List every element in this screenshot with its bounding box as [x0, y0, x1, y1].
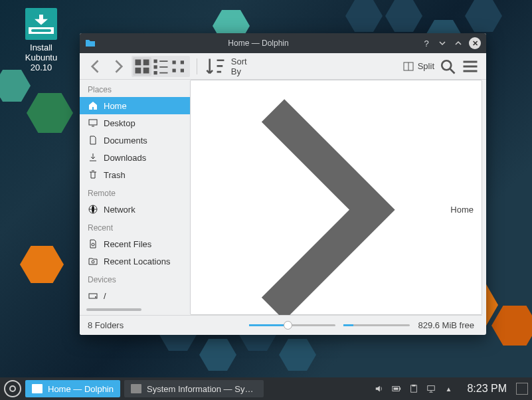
breadcrumb[interactable]: Home [191, 80, 482, 315]
sort-by-label: Sort By [231, 56, 247, 76]
view-compact-button[interactable] [151, 57, 170, 76]
split-icon [403, 61, 414, 72]
search-button[interactable] [438, 57, 457, 76]
start-button[interactable] [4, 380, 21, 397]
sidebar-item-trash[interactable]: Trash [80, 166, 190, 183]
titlebar[interactable]: Home — Dolphin ? ✕ [80, 33, 486, 53]
svg-rect-2 [135, 67, 141, 73]
sidebar-header: Devices [80, 270, 190, 287]
item-count: 8 Folders [88, 320, 124, 330]
sidebar-item-label: Downloads [104, 153, 146, 163]
sidebar-item-label: Trash [104, 170, 126, 180]
svg-rect-3 [143, 67, 149, 73]
view-icons-button[interactable] [133, 57, 151, 76]
sidebar-item-recentfiles[interactable]: Recent Files [80, 235, 190, 252]
zoom-slider[interactable] [249, 324, 335, 326]
svg-rect-30 [400, 387, 401, 390]
svg-rect-7 [159, 66, 167, 68]
svg-rect-11 [181, 60, 184, 64]
download-icon [88, 152, 98, 163]
svg-rect-34 [428, 386, 435, 391]
free-space: 829.6 MiB free [418, 320, 474, 330]
svg-rect-0 [135, 59, 141, 65]
taskbar: Home — DolphinSystem Information — Syste… [0, 377, 532, 400]
help-icon[interactable]: ? [421, 38, 432, 49]
sidebar-header: Remote [80, 183, 190, 201]
window-title: Home — Dolphin [101, 39, 416, 48]
sidebar-item-home[interactable]: Home [80, 97, 190, 114]
svg-rect-4 [154, 59, 157, 62]
svg-rect-13 [181, 68, 184, 72]
task-app-icon [32, 384, 43, 393]
split-button[interactable]: Split [403, 61, 434, 72]
task-systeminform[interactable]: System Information — System ... [124, 380, 264, 397]
volume-icon[interactable] [374, 384, 385, 393]
trash-icon [88, 169, 98, 180]
close-icon[interactable]: ✕ [469, 37, 481, 49]
system-tray: ▲ [370, 384, 458, 393]
svg-rect-6 [154, 65, 157, 68]
desktop-icon-label: Install Kubuntu 20.10 [15, 43, 68, 72]
sidebar-item-documents[interactable]: Documents [80, 132, 190, 149]
sort-icon [204, 54, 227, 78]
svg-point-21 [92, 243, 94, 246]
task-label: System Information — System ... [147, 384, 257, 394]
svg-rect-18 [89, 120, 97, 125]
recent-loc-icon [88, 256, 98, 266]
svg-rect-31 [394, 387, 399, 390]
task-label: Home — Dolphin [48, 384, 114, 394]
sidebar-item-recentlocations[interactable]: Recent Locations [80, 252, 190, 270]
document-icon [88, 135, 98, 146]
sidebar-item-label: / [104, 291, 106, 301]
network-icon [88, 204, 98, 215]
battery-icon[interactable] [391, 384, 402, 393]
search-icon [438, 57, 457, 76]
minimize-icon[interactable] [437, 38, 448, 49]
menu-button[interactable] [461, 57, 480, 76]
clock[interactable]: 8:23 PM [462, 383, 512, 395]
tray-expand-icon[interactable]: ▲ [443, 384, 454, 393]
task-app-icon [131, 384, 141, 393]
svg-line-17 [450, 68, 455, 73]
network-icon[interactable] [426, 384, 436, 393]
desktop-icon-install-kubuntu[interactable]: Install Kubuntu 20.10 [15, 8, 68, 72]
statusbar: 8 Folders 829.6 MiB free [80, 315, 482, 335]
main-panel: Home DesktopDocumentsDownloadsMusicPictu… [190, 80, 482, 315]
sidebar: PlacesHomeDesktopDocumentsDownloadsTrash… [80, 80, 190, 315]
installer-icon [25, 8, 57, 40]
svg-rect-1 [143, 59, 149, 65]
split-label: Split [418, 61, 434, 71]
maximize-icon[interactable] [453, 38, 464, 49]
hamburger-icon [461, 57, 480, 76]
svg-rect-33 [412, 385, 416, 387]
task-homedolphin[interactable]: Home — Dolphin [25, 380, 120, 397]
back-button[interactable] [86, 57, 105, 76]
recent-file-icon [88, 239, 98, 249]
sidebar-item-label: Recent Files [104, 239, 151, 249]
disk-usage-bar [343, 324, 410, 326]
show-desktop-button[interactable] [516, 383, 528, 395]
svg-point-16 [442, 60, 451, 70]
svg-point-24 [95, 296, 96, 298]
forward-button[interactable] [109, 57, 128, 76]
desktop-icon [88, 118, 98, 128]
chevron-right-icon [199, 86, 446, 315]
sidebar-header: Recent [80, 218, 190, 235]
sidebar-scrollbar[interactable] [86, 308, 141, 311]
view-details-button[interactable] [170, 57, 189, 76]
sidebar-item-[interactable]: / [80, 287, 190, 304]
sidebar-header: Places [80, 80, 190, 97]
breadcrumb-current: Home [450, 205, 474, 215]
sidebar-item-label: Documents [104, 136, 147, 146]
sidebar-item-label: Recent Locations [104, 256, 170, 266]
svg-rect-12 [173, 68, 176, 72]
sidebar-item-downloads[interactable]: Downloads [80, 149, 190, 166]
clipboard-icon[interactable] [408, 384, 419, 393]
sidebar-item-desktop[interactable]: Desktop [80, 114, 190, 132]
sort-by-button[interactable]: Sort By [204, 54, 247, 78]
disk-icon [88, 290, 98, 301]
svg-rect-10 [173, 60, 176, 64]
sidebar-item-label: Desktop [104, 118, 135, 128]
svg-rect-8 [154, 71, 157, 74]
sidebar-item-network[interactable]: Network [80, 201, 190, 218]
